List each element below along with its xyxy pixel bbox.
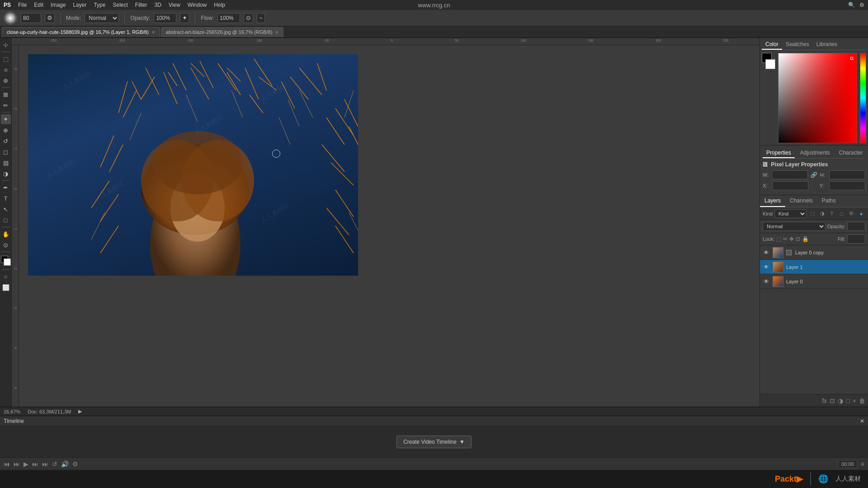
filter-smart-icon[interactable]: ⚙ bbox=[848, 209, 856, 218]
menu-select[interactable]: Select bbox=[113, 2, 127, 8]
fill-input[interactable]: 100% bbox=[847, 235, 865, 244]
gradient-tool[interactable]: ▤ bbox=[1, 158, 11, 168]
y-input[interactable]: 0 cm bbox=[829, 181, 865, 190]
layer-0-visibility-icon[interactable]: 👁 bbox=[763, 249, 770, 256]
selection-tool[interactable]: ⬚ bbox=[1, 54, 11, 64]
layer-item-0[interactable]: 👁 Layer 0 copy bbox=[760, 245, 868, 260]
mode-select[interactable]: Normal Dissolve Multiply Screen Overlay bbox=[85, 13, 119, 23]
screen-mode-btn[interactable]: ⬜ bbox=[1, 282, 11, 292]
filter-pixel-icon[interactable]: ⬚ bbox=[808, 209, 816, 218]
timeline-to-start-btn[interactable]: ⏮ bbox=[4, 460, 10, 468]
opacity-input[interactable]: 100% bbox=[154, 13, 176, 23]
timeline-next-btn[interactable]: ⏭ bbox=[32, 460, 38, 468]
status-arrow[interactable]: ▶ bbox=[78, 408, 82, 414]
eyedropper-tool[interactable]: ✏ bbox=[1, 100, 11, 110]
text-tool[interactable]: T bbox=[1, 193, 11, 203]
filter-shape-icon[interactable]: □ bbox=[838, 209, 846, 218]
layers-tab-channels[interactable]: Channels bbox=[785, 195, 817, 207]
dodge-tool[interactable]: ◑ bbox=[1, 169, 11, 178]
zoom-tool[interactable]: ⊙ bbox=[1, 240, 11, 250]
background-swatch[interactable] bbox=[765, 59, 775, 69]
tab-1[interactable]: abstract-art-blaze-266526.jpg @ 16,7% (R… bbox=[161, 27, 284, 37]
pen-tool[interactable]: ✒ bbox=[1, 183, 11, 192]
move-tool[interactable]: ⊹ bbox=[1, 40, 11, 50]
adjustments-tab[interactable]: Adjustments bbox=[797, 148, 834, 158]
timeline-play-btn[interactable]: ▶ bbox=[24, 460, 28, 468]
background-color[interactable] bbox=[4, 258, 11, 266]
delete-layer-btn[interactable]: 🗑 bbox=[859, 397, 865, 404]
link-dimensions-icon[interactable]: 🔗 bbox=[811, 172, 817, 178]
filter-toggle-icon[interactable]: ● bbox=[857, 209, 865, 218]
crop-tool[interactable]: ⊠ bbox=[1, 89, 11, 99]
clone-tool[interactable]: ⊕ bbox=[1, 125, 11, 135]
airbrush-btn[interactable]: ⊙ bbox=[244, 13, 253, 23]
color-hue-bar[interactable] bbox=[860, 53, 866, 143]
color-tab[interactable]: Color bbox=[762, 40, 782, 50]
lock-position-icon[interactable]: ✥ bbox=[789, 236, 794, 242]
kind-select[interactable]: Kind Name Effect Mode Attribute Color bbox=[774, 209, 807, 218]
opacity-layers-input[interactable]: 100% bbox=[847, 222, 865, 231]
layer-item-2[interactable]: 👁 Layer 0 bbox=[760, 274, 868, 289]
quick-mask-tool[interactable]: ○ bbox=[1, 272, 11, 282]
menu-help[interactable]: Help bbox=[214, 2, 225, 8]
layer-1-visibility-icon[interactable]: 👁 bbox=[763, 263, 770, 271]
flow-input[interactable]: 100% bbox=[217, 13, 240, 23]
character-tab[interactable]: Character bbox=[835, 148, 867, 158]
menu-filter[interactable]: Filter bbox=[135, 2, 147, 8]
settings-icon[interactable]: ⚙ bbox=[859, 2, 864, 8]
eraser-tool[interactable]: ◻ bbox=[1, 147, 11, 157]
menu-ps[interactable]: PS bbox=[4, 2, 11, 8]
smoothing-btn[interactable]: ~ bbox=[257, 13, 265, 23]
timeline-loop-btn[interactable]: ↺ bbox=[52, 460, 57, 468]
brush-settings-btn[interactable]: ⚙ bbox=[45, 13, 55, 23]
add-layer-btn[interactable]: + bbox=[853, 397, 856, 404]
lasso-tool[interactable]: ⌾ bbox=[1, 65, 11, 75]
height-input[interactable]: 141,11 cm bbox=[829, 170, 865, 179]
lock-pixels-icon[interactable]: ✏ bbox=[783, 236, 788, 242]
tab-0-close[interactable]: ✕ bbox=[151, 30, 155, 35]
layers-tab-layers[interactable]: Layers bbox=[760, 195, 785, 207]
brush-tool[interactable]: ⌖ bbox=[1, 114, 11, 124]
layer-2-visibility-icon[interactable]: 👁 bbox=[763, 278, 770, 285]
menu-3d[interactable]: 3D bbox=[154, 2, 161, 8]
canvas-container[interactable]: 人人素材区 人人素材区 人人素材区 人人素材区 人人素材区 人人素材区 bbox=[19, 45, 760, 407]
menu-image[interactable]: Image bbox=[51, 2, 66, 8]
swatches-tab[interactable]: Swatches bbox=[782, 40, 813, 50]
menu-file[interactable]: File bbox=[18, 2, 27, 8]
menu-window[interactable]: Window bbox=[188, 2, 207, 8]
timeline-settings-btn[interactable]: ⚙ bbox=[72, 460, 78, 468]
add-mask-btn[interactable]: ⊡ bbox=[830, 397, 835, 404]
brush-preview[interactable] bbox=[4, 11, 17, 25]
lock-all-icon[interactable]: 🔒 bbox=[802, 236, 809, 242]
lock-transparent-icon[interactable]: ⬚ bbox=[776, 236, 781, 242]
shape-tool[interactable]: □ bbox=[1, 215, 11, 225]
pressure-opacity-btn[interactable]: ✦ bbox=[180, 13, 189, 23]
filter-type-icon[interactable]: T bbox=[828, 209, 836, 218]
timeline-more-btn[interactable]: ≡ bbox=[861, 460, 864, 468]
search-icon[interactable]: 🔍 bbox=[848, 2, 855, 8]
color-picker-gradient[interactable] bbox=[778, 53, 857, 143]
menu-edit[interactable]: Edit bbox=[34, 2, 43, 8]
menu-layer[interactable]: Layer bbox=[73, 2, 86, 8]
timeline-audio-btn[interactable]: 🔊 bbox=[61, 460, 69, 468]
menu-view[interactable]: View bbox=[169, 2, 180, 8]
brush-size-input[interactable]: 80 bbox=[21, 13, 41, 23]
timeline-close-btn[interactable]: ✕ bbox=[860, 418, 864, 424]
width-input[interactable]: 211,67 cm bbox=[772, 170, 808, 179]
quick-select-tool[interactable]: ⊛ bbox=[1, 75, 11, 85]
path-select-tool[interactable]: ↖ bbox=[1, 204, 11, 214]
add-fx-btn[interactable]: fx bbox=[822, 397, 827, 404]
timeline-prev-btn[interactable]: ⏭ bbox=[14, 460, 20, 468]
menu-type[interactable]: Type bbox=[94, 2, 105, 8]
layers-tab-paths[interactable]: Paths bbox=[817, 195, 840, 207]
hand-tool[interactable]: ✋ bbox=[1, 229, 11, 239]
blend-mode-select[interactable]: Normal Dissolve Multiply Screen Overlay bbox=[763, 222, 826, 231]
tab-1-close[interactable]: ✕ bbox=[275, 30, 278, 35]
add-adjustment-btn[interactable]: ◑ bbox=[838, 397, 843, 404]
x-input[interactable]: 0 cm bbox=[772, 181, 808, 190]
history-brush-tool[interactable]: ↺ bbox=[1, 136, 11, 146]
properties-tab[interactable]: Properties bbox=[763, 148, 795, 158]
lock-artboard-icon[interactable]: ⊡ bbox=[796, 236, 800, 242]
layer-item-1[interactable]: 👁 Layer 1 bbox=[760, 260, 868, 274]
libraries-tab[interactable]: Libraries bbox=[813, 40, 841, 50]
